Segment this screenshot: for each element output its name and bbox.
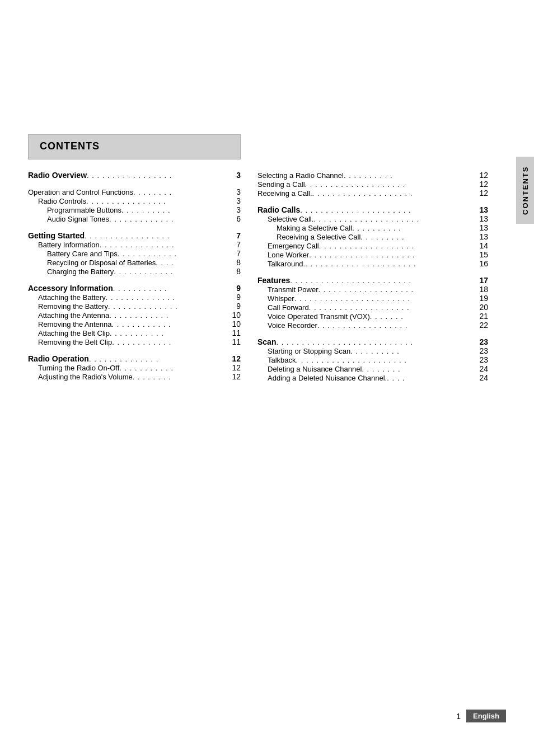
toc-page: 3 <box>236 205 241 214</box>
toc-page: 12 <box>232 372 241 381</box>
toc-dots: . . . . . . . . . . . . . . . . <box>86 197 235 205</box>
toc-dots: . . . . . . . . . . . . . . . . . . . . … <box>294 294 479 303</box>
toc-sub2-row: Charging the Battery . . . . . . . . . .… <box>28 267 241 276</box>
toc-main-row: Radio Calls . . . . . . . . . . . . . . … <box>257 205 488 214</box>
toc-section-radio-calls: Radio Calls . . . . . . . . . . . . . . … <box>257 205 488 268</box>
side-tab-label: CONTENTS <box>521 166 530 215</box>
toc-sub-row: Battery Information . . . . . . . . . . … <box>28 240 241 249</box>
toc-dots: . . . . . . . . . . . <box>119 364 231 372</box>
toc-page: 12 <box>479 180 488 189</box>
contents-box: CONTENTS <box>28 134 241 159</box>
toc-page: 13 <box>479 232 488 241</box>
toc-sub-row: Call Forward . . . . . . . . . . . . . .… <box>257 303 488 312</box>
toc-label-battery-info: Battery Information <box>38 241 100 249</box>
toc-dots: . . . . . . . . . . . . <box>118 250 235 258</box>
toc-label-recycling: Recycling or Disposal of Batteries <box>47 259 156 267</box>
toc-sub2-row: Making a Selective Call . . . . . . . . … <box>257 223 488 232</box>
toc-page: 24 <box>479 373 488 382</box>
toc-page: 11 <box>232 337 241 346</box>
toc-dots: . . . . . . . . . . . . . . . . . . . . … <box>309 251 478 259</box>
page-number: 1 <box>456 712 461 721</box>
toc-section-radio-overview: Radio Overview . . . . . . . . . . . . .… <box>28 171 241 180</box>
toc-label-making-selective-call: Making a Selective Call <box>277 224 352 232</box>
toc-main-row: Radio Overview . . . . . . . . . . . . .… <box>28 171 241 180</box>
toc-sub2-row: Recycling or Disposal of Batteries . . .… <box>28 258 241 267</box>
toc-right-column: Selecting a Radio Channel . . . . . . . … <box>257 171 488 390</box>
toc-page: 3 <box>236 187 241 196</box>
toc-label-adjusting-volume: Adjusting the Radio's Volume <box>38 373 133 381</box>
toc-page: 14 <box>479 241 488 250</box>
toc-main-row: Getting Started . . . . . . . . . . . . … <box>28 231 241 240</box>
toc-sub-row: Attaching the Antenna . . . . . . . . . … <box>28 311 241 320</box>
toc-dots: . . . . . . . . . . . . . . . . . . . . … <box>276 338 478 346</box>
toc-page: 7 <box>236 231 241 240</box>
toc-main-row: Radio Operation . . . . . . . . . . . . … <box>28 354 241 363</box>
toc-label-programmable-buttons: Programmable Buttons <box>47 206 121 214</box>
toc-sub-row: Voice Operated Transmit (VOX) . . . . . … <box>257 312 488 321</box>
toc-label-removing-belt-clip: Removing the Belt Clip <box>38 338 112 346</box>
toc-sub-row: Selective Call. . . . . . . . . . . . . … <box>257 214 488 223</box>
toc-dots: . . . . . . . . . . . . . . . <box>100 241 235 249</box>
toc-label-removing-antenna: Removing the Antenna <box>38 320 112 328</box>
toc-page: 9 <box>236 302 241 311</box>
toc-page: 11 <box>232 328 241 337</box>
toc-dots: . . . . . . . . . . <box>121 206 235 214</box>
toc-dots: . . . . . . . . . . . <box>113 284 235 293</box>
toc-label-attaching-battery: Attaching the Battery <box>38 293 106 302</box>
toc-label-receiving-selective-call: Receiving a Selective Call <box>277 233 360 241</box>
toc-page: 6 <box>236 214 241 223</box>
toc-sub-row: Emergency Call . . . . . . . . . . . . .… <box>257 241 488 250</box>
toc-dots: . . . . . . . <box>370 312 479 321</box>
toc-main-row: Scan . . . . . . . . . . . . . . . . . .… <box>257 337 488 346</box>
toc-label-scan: Scan <box>257 337 276 346</box>
toc-sub2-row: Programmable Buttons . . . . . . . . . .… <box>28 205 241 214</box>
toc-dots: . . . . . . . . . <box>360 233 478 241</box>
toc-label-radio-controls: Radio Controls <box>38 197 86 205</box>
toc-label-attaching-antenna: Attaching the Antenna <box>38 311 109 320</box>
toc-page: 12 <box>232 363 241 372</box>
toc-page: 23 <box>479 337 488 346</box>
toc-dots: . . . . . . . . . . . . <box>114 267 235 276</box>
main-content: CONTENTS Radio Overview . . . . . . . . … <box>0 0 534 412</box>
toc-page: 15 <box>479 250 488 259</box>
toc-dots: . . . . . . . . . . . . <box>109 311 231 320</box>
toc-label-features: Features <box>257 276 290 285</box>
toc-section-scan: Scan . . . . . . . . . . . . . . . . . .… <box>257 337 488 382</box>
toc-page: 13 <box>479 223 488 232</box>
toc-label-charging: Charging the Battery <box>47 267 114 276</box>
toc-sub-row: Removing the Antenna . . . . . . . . . .… <box>28 320 241 328</box>
toc-sub-row: Transmit Power . . . . . . . . . . . . .… <box>257 285 488 294</box>
toc-dots: . . . . . . . . . . . . <box>112 338 231 346</box>
toc-label-transmit-power: Transmit Power <box>268 285 318 294</box>
toc-label-sending-call: Sending a Call <box>257 180 305 189</box>
toc-label-starting-stopping-scan: Starting or Stopping Scan <box>268 347 350 355</box>
toc-page: 12 <box>232 354 241 363</box>
toc-dots: . . . . . . . . . . . . . . . . . . . . <box>312 189 479 198</box>
toc-page: 23 <box>479 355 488 364</box>
toc-page: 7 <box>236 249 241 258</box>
toc-dots: . . . . . . . . . . . . . . <box>106 293 236 302</box>
toc-label-battery-care: Battery Care and Tips <box>47 250 118 258</box>
page-footer: 1 English <box>456 710 506 722</box>
toc-dots: . . . . <box>156 259 235 267</box>
toc-sub-row: Attaching the Belt Clip . . . . . . . . … <box>28 328 241 337</box>
toc-sub-row: Sending a Call . . . . . . . . . . . . .… <box>257 180 488 189</box>
toc-page: 22 <box>479 321 488 330</box>
toc-label-attaching-belt-clip: Attaching the Belt Clip <box>38 329 110 337</box>
toc-label-accessory: Accessory Information <box>28 284 113 293</box>
toc-page: 12 <box>479 171 488 180</box>
toc-sub-row: Voice Recorder . . . . . . . . . . . . .… <box>257 321 488 330</box>
toc-sub-row: Deleting a Nuisance Channel . . . . . . … <box>257 364 488 373</box>
toc-sub-row: Attaching the Battery . . . . . . . . . … <box>28 293 241 302</box>
toc-page: 9 <box>236 284 241 293</box>
toc-label-voice-recorder: Voice Recorder <box>268 321 317 330</box>
toc-label-radio-calls: Radio Calls <box>257 205 300 214</box>
toc-dots: . . . . . . . . . . . . . . <box>89 355 231 363</box>
toc-label-turning-radio: Turning the Radio On-Off <box>38 364 119 372</box>
page: CONTENTS CONTENTS Radio Overview . . . .… <box>0 0 534 756</box>
toc-label-selecting-channel: Selecting a Radio Channel <box>257 171 344 180</box>
toc-sub2-row: Receiving a Selective Call . . . . . . .… <box>257 232 488 241</box>
toc-label-adding-nuisance: Adding a Deleted Nuisance Channel. <box>268 374 387 382</box>
toc-dots: . . . . . . . . . . . . . . . . . . . <box>319 242 479 250</box>
toc-label-talkaround: Talkaround. <box>268 260 305 268</box>
